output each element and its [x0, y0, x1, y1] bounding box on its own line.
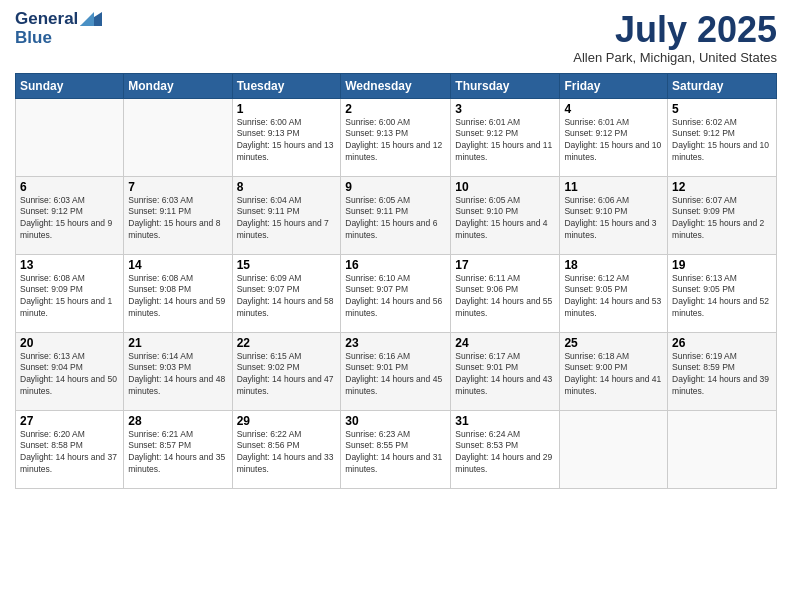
weekday-header-wednesday: Wednesday	[341, 73, 451, 98]
day-number: 26	[672, 336, 772, 350]
day-info: Sunrise: 6:22 AMSunset: 8:56 PMDaylight:…	[237, 429, 337, 477]
day-number: 18	[564, 258, 663, 272]
month-title: July 2025	[573, 10, 777, 50]
day-info: Sunrise: 6:15 AMSunset: 9:02 PMDaylight:…	[237, 351, 337, 399]
day-info: Sunrise: 6:05 AMSunset: 9:10 PMDaylight:…	[455, 195, 555, 243]
calendar-cell: 28Sunrise: 6:21 AMSunset: 8:57 PMDayligh…	[124, 410, 232, 488]
calendar-cell: 18Sunrise: 6:12 AMSunset: 9:05 PMDayligh…	[560, 254, 668, 332]
svg-marker-1	[80, 12, 94, 26]
calendar-cell: 15Sunrise: 6:09 AMSunset: 9:07 PMDayligh…	[232, 254, 341, 332]
calendar-cell: 19Sunrise: 6:13 AMSunset: 9:05 PMDayligh…	[668, 254, 777, 332]
calendar-cell: 1Sunrise: 6:00 AMSunset: 9:13 PMDaylight…	[232, 98, 341, 176]
calendar-cell: 12Sunrise: 6:07 AMSunset: 9:09 PMDayligh…	[668, 176, 777, 254]
day-info: Sunrise: 6:20 AMSunset: 8:58 PMDaylight:…	[20, 429, 119, 477]
day-number: 15	[237, 258, 337, 272]
weekday-header-monday: Monday	[124, 73, 232, 98]
day-info: Sunrise: 6:00 AMSunset: 9:13 PMDaylight:…	[345, 117, 446, 165]
day-info: Sunrise: 6:13 AMSunset: 9:04 PMDaylight:…	[20, 351, 119, 399]
day-info: Sunrise: 6:08 AMSunset: 9:09 PMDaylight:…	[20, 273, 119, 321]
day-number: 13	[20, 258, 119, 272]
calendar-cell: 5Sunrise: 6:02 AMSunset: 9:12 PMDaylight…	[668, 98, 777, 176]
weekday-header-sunday: Sunday	[16, 73, 124, 98]
day-number: 7	[128, 180, 227, 194]
day-number: 2	[345, 102, 446, 116]
day-number: 28	[128, 414, 227, 428]
day-number: 17	[455, 258, 555, 272]
calendar-cell: 31Sunrise: 6:24 AMSunset: 8:53 PMDayligh…	[451, 410, 560, 488]
logo-text-blue: Blue	[15, 29, 52, 48]
day-number: 12	[672, 180, 772, 194]
day-number: 25	[564, 336, 663, 350]
day-info: Sunrise: 6:19 AMSunset: 8:59 PMDaylight:…	[672, 351, 772, 399]
day-info: Sunrise: 6:05 AMSunset: 9:11 PMDaylight:…	[345, 195, 446, 243]
day-info: Sunrise: 6:03 AMSunset: 9:11 PMDaylight:…	[128, 195, 227, 243]
day-info: Sunrise: 6:00 AMSunset: 9:13 PMDaylight:…	[237, 117, 337, 165]
day-number: 19	[672, 258, 772, 272]
calendar-cell: 8Sunrise: 6:04 AMSunset: 9:11 PMDaylight…	[232, 176, 341, 254]
day-info: Sunrise: 6:08 AMSunset: 9:08 PMDaylight:…	[128, 273, 227, 321]
day-info: Sunrise: 6:21 AMSunset: 8:57 PMDaylight:…	[128, 429, 227, 477]
weekday-header-friday: Friday	[560, 73, 668, 98]
location: Allen Park, Michigan, United States	[573, 50, 777, 65]
calendar-cell	[124, 98, 232, 176]
calendar-cell: 23Sunrise: 6:16 AMSunset: 9:01 PMDayligh…	[341, 332, 451, 410]
day-info: Sunrise: 6:01 AMSunset: 9:12 PMDaylight:…	[455, 117, 555, 165]
calendar-cell: 25Sunrise: 6:18 AMSunset: 9:00 PMDayligh…	[560, 332, 668, 410]
calendar-cell: 4Sunrise: 6:01 AMSunset: 9:12 PMDaylight…	[560, 98, 668, 176]
day-info: Sunrise: 6:10 AMSunset: 9:07 PMDaylight:…	[345, 273, 446, 321]
day-info: Sunrise: 6:04 AMSunset: 9:11 PMDaylight:…	[237, 195, 337, 243]
logo: General Blue	[15, 10, 102, 47]
day-number: 20	[20, 336, 119, 350]
calendar-cell: 27Sunrise: 6:20 AMSunset: 8:58 PMDayligh…	[16, 410, 124, 488]
calendar-cell: 9Sunrise: 6:05 AMSunset: 9:11 PMDaylight…	[341, 176, 451, 254]
weekday-header-row: SundayMondayTuesdayWednesdayThursdayFrid…	[16, 73, 777, 98]
day-info: Sunrise: 6:17 AMSunset: 9:01 PMDaylight:…	[455, 351, 555, 399]
day-number: 10	[455, 180, 555, 194]
day-info: Sunrise: 6:16 AMSunset: 9:01 PMDaylight:…	[345, 351, 446, 399]
day-number: 23	[345, 336, 446, 350]
calendar-cell: 13Sunrise: 6:08 AMSunset: 9:09 PMDayligh…	[16, 254, 124, 332]
calendar-cell: 6Sunrise: 6:03 AMSunset: 9:12 PMDaylight…	[16, 176, 124, 254]
header: General Blue July 2025 Allen Park, Michi…	[15, 10, 777, 65]
day-info: Sunrise: 6:14 AMSunset: 9:03 PMDaylight:…	[128, 351, 227, 399]
weekday-header-tuesday: Tuesday	[232, 73, 341, 98]
day-number: 4	[564, 102, 663, 116]
day-number: 22	[237, 336, 337, 350]
calendar-cell: 7Sunrise: 6:03 AMSunset: 9:11 PMDaylight…	[124, 176, 232, 254]
calendar-cell: 17Sunrise: 6:11 AMSunset: 9:06 PMDayligh…	[451, 254, 560, 332]
title-block: July 2025 Allen Park, Michigan, United S…	[573, 10, 777, 65]
calendar-cell: 29Sunrise: 6:22 AMSunset: 8:56 PMDayligh…	[232, 410, 341, 488]
calendar-cell: 24Sunrise: 6:17 AMSunset: 9:01 PMDayligh…	[451, 332, 560, 410]
calendar-week-row: 20Sunrise: 6:13 AMSunset: 9:04 PMDayligh…	[16, 332, 777, 410]
day-info: Sunrise: 6:03 AMSunset: 9:12 PMDaylight:…	[20, 195, 119, 243]
day-info: Sunrise: 6:07 AMSunset: 9:09 PMDaylight:…	[672, 195, 772, 243]
day-number: 31	[455, 414, 555, 428]
day-info: Sunrise: 6:12 AMSunset: 9:05 PMDaylight:…	[564, 273, 663, 321]
day-number: 5	[672, 102, 772, 116]
day-info: Sunrise: 6:01 AMSunset: 9:12 PMDaylight:…	[564, 117, 663, 165]
calendar-week-row: 13Sunrise: 6:08 AMSunset: 9:09 PMDayligh…	[16, 254, 777, 332]
calendar-cell	[16, 98, 124, 176]
day-info: Sunrise: 6:23 AMSunset: 8:55 PMDaylight:…	[345, 429, 446, 477]
day-number: 16	[345, 258, 446, 272]
day-number: 30	[345, 414, 446, 428]
calendar-week-row: 27Sunrise: 6:20 AMSunset: 8:58 PMDayligh…	[16, 410, 777, 488]
day-number: 27	[20, 414, 119, 428]
calendar-week-row: 6Sunrise: 6:03 AMSunset: 9:12 PMDaylight…	[16, 176, 777, 254]
day-info: Sunrise: 6:11 AMSunset: 9:06 PMDaylight:…	[455, 273, 555, 321]
day-number: 9	[345, 180, 446, 194]
calendar-cell	[560, 410, 668, 488]
day-info: Sunrise: 6:24 AMSunset: 8:53 PMDaylight:…	[455, 429, 555, 477]
calendar-cell: 26Sunrise: 6:19 AMSunset: 8:59 PMDayligh…	[668, 332, 777, 410]
day-number: 11	[564, 180, 663, 194]
weekday-header-thursday: Thursday	[451, 73, 560, 98]
day-number: 3	[455, 102, 555, 116]
day-info: Sunrise: 6:09 AMSunset: 9:07 PMDaylight:…	[237, 273, 337, 321]
calendar-cell: 21Sunrise: 6:14 AMSunset: 9:03 PMDayligh…	[124, 332, 232, 410]
day-number: 14	[128, 258, 227, 272]
day-number: 24	[455, 336, 555, 350]
day-info: Sunrise: 6:02 AMSunset: 9:12 PMDaylight:…	[672, 117, 772, 165]
calendar-cell	[668, 410, 777, 488]
day-info: Sunrise: 6:06 AMSunset: 9:10 PMDaylight:…	[564, 195, 663, 243]
day-info: Sunrise: 6:18 AMSunset: 9:00 PMDaylight:…	[564, 351, 663, 399]
